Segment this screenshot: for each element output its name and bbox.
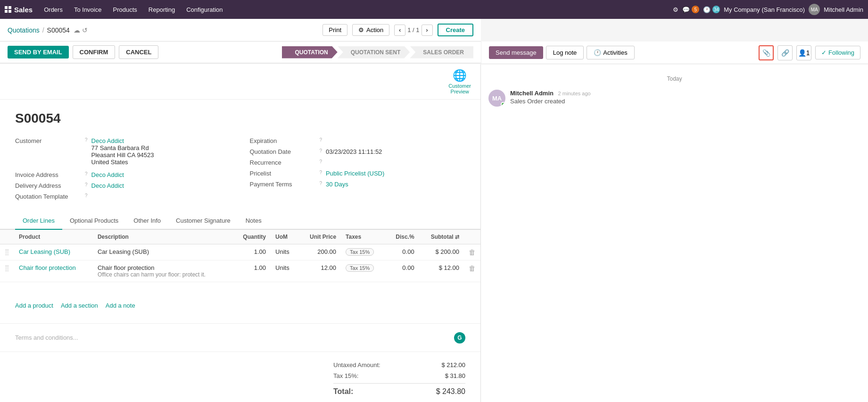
pager: ‹ 1 / 1 ›: [394, 25, 432, 36]
col-product: Product: [14, 230, 93, 244]
main-layout: 🌐 CustomerPreview S00054 Customer ? Deco…: [0, 64, 868, 402]
quantity-1[interactable]: 1.00: [232, 260, 271, 282]
chatter-body-0: Mitchell Admin 2 minutes ago Sales Order…: [510, 90, 860, 107]
status-stages: QUOTATION QUOTATION SENT SALES ORDER: [282, 46, 473, 59]
avatar[interactable]: MA: [809, 4, 820, 15]
confirm-button[interactable]: CONFIRM: [73, 45, 116, 59]
brand-label: Sales: [14, 6, 33, 14]
recurrence-row: Recurrence ?: [250, 159, 466, 166]
chat-badge: 5: [692, 6, 699, 13]
product-link-1[interactable]: Chair floor protection: [19, 264, 76, 271]
status-bar: SEND BY EMAIL CONFIRM CANCEL QUOTATION Q…: [0, 42, 481, 63]
pager-label: 1 / 1: [407, 26, 419, 34]
delivery-address-row: Delivery Address ? Deco Addict: [15, 182, 231, 189]
print-button[interactable]: Print: [322, 24, 347, 36]
quotation-template-label: Quotation Template: [15, 193, 81, 200]
tax-label: Tax 15%:: [333, 372, 358, 379]
nav-to-invoice[interactable]: To Invoice: [69, 4, 107, 15]
payment-terms-row: Payment Terms ? 30 Days: [250, 181, 466, 188]
tab-order-lines[interactable]: Order Lines: [15, 212, 62, 230]
drag-handle[interactable]: ⣿: [5, 248, 9, 255]
chatter-message: MA Mitchell Admin 2 minutes ago Sales Or…: [488, 90, 860, 107]
tab-customer-signature[interactable]: Customer Signature: [168, 212, 238, 230]
nav-products[interactable]: Products: [108, 4, 141, 15]
invoice-address-value: Deco Addict: [91, 171, 124, 178]
brand[interactable]: Sales: [5, 6, 33, 14]
create-button[interactable]: Create: [438, 24, 473, 36]
pricelist-row: Pricelist ? Public Pricelist (USD): [250, 170, 466, 177]
quotation-template-row: Quotation Template ?: [15, 193, 231, 200]
delete-btn-0[interactable]: 🗑: [469, 248, 476, 256]
pager-prev[interactable]: ‹: [394, 25, 405, 36]
drag-handle[interactable]: ⣿: [5, 264, 9, 271]
customer-preview-area: 🌐 CustomerPreview: [0, 64, 480, 100]
top-nav: Sales Orders To Invoice Products Reporti…: [0, 0, 868, 19]
pager-next[interactable]: ›: [422, 25, 433, 36]
subtotal-0: $ 200.00: [419, 244, 464, 260]
form-area: 🌐 CustomerPreview S00054 Customer ? Deco…: [0, 64, 481, 402]
attachment-icon-button[interactable]: 📎: [759, 45, 774, 60]
unit-price-0[interactable]: 200.00: [298, 244, 341, 260]
nav-orders[interactable]: Orders: [39, 4, 67, 15]
disc-0[interactable]: 0.00: [386, 244, 419, 260]
send-message-button[interactable]: Send message: [489, 46, 543, 59]
clock-icon[interactable]: 🕐 34: [703, 6, 720, 13]
product-link-0[interactable]: Car Leasing (SUB): [19, 248, 70, 255]
chatter-time-0: 2 minutes ago: [558, 91, 591, 96]
totals-area: Untaxed Amount: $ 212.00 Tax 15%: $ 31.8…: [0, 352, 480, 402]
stage-quotation[interactable]: QUOTATION: [282, 46, 338, 59]
add-section-link[interactable]: Add a section: [61, 302, 98, 309]
action-button[interactable]: ⚙ Action: [352, 24, 389, 36]
table-row[interactable]: ⣿ Chair floor protection Chair floor pro…: [0, 260, 480, 282]
username[interactable]: Mitchell Admin: [824, 6, 863, 13]
total-label: Total:: [333, 387, 353, 396]
action-bar: Quotations / S00054 ☁ ↺ Print ⚙ Action ‹…: [0, 19, 481, 42]
help-recurrence: ?: [320, 159, 322, 164]
help-pricelist: ?: [320, 170, 322, 175]
nav-reporting[interactable]: Reporting: [144, 4, 180, 15]
col-disc: Disc.%: [386, 230, 419, 244]
description-1: Chair floor protection: [98, 264, 228, 271]
tab-notes[interactable]: Notes: [238, 212, 269, 230]
help-delivery: ?: [85, 182, 88, 187]
tab-other-info[interactable]: Other Info: [126, 212, 168, 230]
refresh-icon[interactable]: ↺: [82, 26, 88, 34]
subtotal-1: $ 12.00: [419, 260, 464, 282]
breadcrumb-parent[interactable]: Quotations: [8, 26, 40, 34]
delete-btn-1[interactable]: 🗑: [469, 264, 476, 272]
delivery-address-value: Deco Addict: [91, 182, 124, 189]
company-label[interactable]: My Company (San Francisco): [724, 6, 805, 13]
settings-icon[interactable]: ⚙: [673, 6, 678, 13]
tax-1: Tax 15%: [341, 260, 386, 282]
col-description: Description: [93, 230, 232, 244]
col-unit-price: Unit Price: [298, 230, 341, 244]
customer-preview-button[interactable]: 🌐 CustomerPreview: [448, 69, 471, 94]
chat-icon[interactable]: 💬 5: [682, 6, 699, 13]
send-email-button[interactable]: SEND BY EMAIL: [8, 46, 69, 59]
chatter-avatar-0: MA: [488, 90, 505, 107]
table-row[interactable]: ⣿ Car Leasing (SUB) Car Leasing (SUB) 1.…: [0, 244, 480, 260]
activities-button[interactable]: 🕐 Activities: [587, 46, 634, 59]
payment-terms-value: 30 Days: [326, 181, 348, 188]
col-drag: [0, 230, 14, 244]
help-qdate: ?: [320, 148, 322, 153]
quantity-0[interactable]: 1.00: [232, 244, 271, 260]
gear-icon: ⚙: [358, 26, 364, 34]
cloud-icon[interactable]: ☁: [74, 26, 80, 34]
cancel-form-button[interactable]: CANCEL: [119, 45, 158, 59]
add-note-link[interactable]: Add a note: [106, 302, 135, 309]
following-button[interactable]: ✓ Following: [815, 46, 860, 59]
add-product-link[interactable]: Add a product: [15, 302, 53, 309]
recurrence-label: Recurrence: [250, 159, 316, 166]
followers-count: 1: [806, 49, 810, 57]
nav-configuration[interactable]: Configuration: [182, 4, 227, 15]
stage-quotation-sent[interactable]: QUOTATION SENT: [338, 46, 410, 59]
followers-button[interactable]: 👤 1: [796, 45, 811, 60]
link-icon-button[interactable]: 🔗: [777, 45, 793, 60]
stage-sales-order[interactable]: SALES ORDER: [410, 46, 473, 59]
tab-optional-products[interactable]: Optional Products: [62, 212, 126, 230]
log-note-button[interactable]: Log note: [546, 46, 584, 59]
terms-input[interactable]: Terms and conditions...: [15, 334, 449, 341]
unit-price-1[interactable]: 12.00: [298, 260, 341, 282]
disc-1[interactable]: 0.00: [386, 260, 419, 282]
